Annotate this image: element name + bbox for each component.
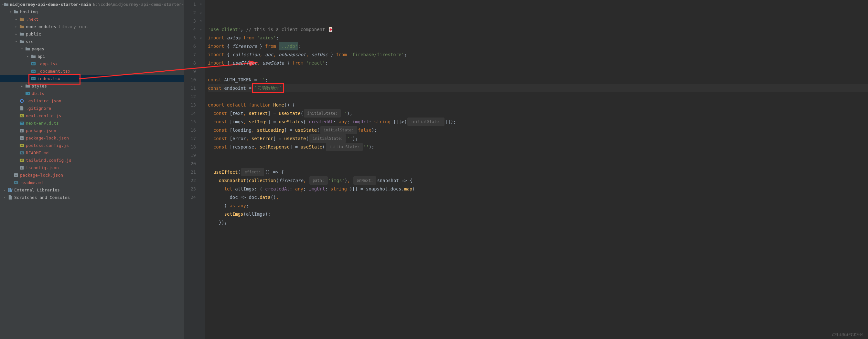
tree-item-styles[interactable]: ▸styles bbox=[0, 82, 184, 90]
fold-marker[interactable]: ⊟ bbox=[200, 25, 205, 34]
token: import bbox=[208, 34, 224, 42]
tree-item-tailwind-config-js[interactable]: JStailwind.config.js bbox=[0, 157, 184, 164]
tree-item-midjourney-api-demo-starter-main[interactable]: ▾midjourney-api-demo-starter-mainE:\code… bbox=[0, 1, 184, 8]
fold-marker[interactable]: ⊟ bbox=[200, 0, 205, 8]
code-line[interactable]: import { useEffect, useState } from 'rea… bbox=[208, 59, 868, 67]
code-line[interactable]: setImgs(allImgs); bbox=[208, 210, 868, 218]
token: const bbox=[208, 75, 221, 84]
code-line[interactable]: export default function Home() { bbox=[208, 101, 868, 109]
tree-item--app-tsx[interactable]: TSX_app.tsx bbox=[0, 60, 184, 67]
token: setImgs bbox=[224, 210, 243, 218]
line-number: 3 bbox=[184, 17, 196, 25]
chevron-icon[interactable]: ▸ bbox=[13, 32, 19, 36]
fold-marker[interactable]: ⊟ bbox=[200, 8, 205, 17]
line-number: 18 bbox=[184, 143, 196, 151]
tree-item-api[interactable]: ▸api bbox=[0, 53, 184, 60]
tree-item-external-libraries[interactable]: ▸External Libraries bbox=[0, 186, 184, 194]
code-line[interactable]: 'use client'; // this is a client compon… bbox=[208, 25, 868, 34]
tree-item-package-lock-json[interactable]: {}package-lock.json bbox=[0, 171, 184, 179]
chevron-icon[interactable]: ▸ bbox=[2, 188, 7, 192]
tree-item-package-lock-json[interactable]: {}package-lock.json bbox=[0, 134, 184, 142]
code-line[interactable]: ) as any; bbox=[208, 201, 868, 210]
tree-item-index-tsx[interactable]: TSXindex.tsx bbox=[0, 75, 184, 82]
code-line[interactable]: const [error, setError] = useState( init… bbox=[208, 134, 868, 143]
code-line[interactable]: let allImgs: { createdAt: any; imgUrl: s… bbox=[208, 185, 868, 193]
code-line[interactable]: doc => doc.data(), bbox=[208, 193, 868, 201]
tree-item--eslintrc-json[interactable]: .eslintrc.json bbox=[0, 97, 184, 105]
line-number: 20 bbox=[184, 160, 196, 168]
file-tree[interactable]: ▾midjourney-api-demo-starter-mainE:\code… bbox=[0, 0, 184, 339]
fold-marker[interactable]: ⊟ bbox=[200, 34, 205, 42]
tree-item--document-tsx[interactable]: TSX_document.tsx bbox=[0, 67, 184, 75]
chevron-icon[interactable]: ▸ bbox=[13, 18, 19, 21]
code-line[interactable] bbox=[208, 160, 868, 168]
tree-item-label: next-env.d.ts bbox=[26, 121, 59, 126]
token: ( bbox=[238, 168, 241, 176]
chevron-icon[interactable]: ▸ bbox=[20, 84, 25, 88]
tree-item--next[interactable]: ▸.next bbox=[0, 15, 184, 23]
tree-item-package-json[interactable]: {}package.json bbox=[0, 127, 184, 134]
tree-item-postcss-config-js[interactable]: JSpostcss.config.js bbox=[0, 142, 184, 149]
code-line[interactable]: useEffect( effect: () => { bbox=[208, 168, 868, 176]
token bbox=[276, 50, 279, 59]
chevron-icon[interactable]: ▸ bbox=[2, 196, 7, 199]
fold-marker[interactable]: ⊟ bbox=[200, 17, 205, 25]
code-line[interactable]: }); bbox=[208, 218, 868, 227]
token: onNext: bbox=[353, 176, 376, 185]
token: { bbox=[224, 59, 232, 67]
folder-icon bbox=[19, 39, 25, 44]
tree-item-scratches-and-consoles[interactable]: ▸Scratches and Consoles bbox=[0, 194, 184, 201]
code-line[interactable]: const endpoint = `云函数地址`; bbox=[208, 84, 868, 92]
tree-item-src[interactable]: ▾src bbox=[0, 38, 184, 45]
token: ); bbox=[451, 117, 456, 126]
tree-item-node-modules[interactable]: ▸node_moduleslibrary root bbox=[0, 23, 184, 30]
code-line[interactable]: import { collection, doc, onSnapshot, se… bbox=[208, 50, 868, 59]
code-line[interactable]: const [response, setResponse] = useState… bbox=[208, 143, 868, 151]
tree-item--gitignore[interactable]: .gitignore bbox=[0, 105, 184, 112]
code-line[interactable]: const [text, setText] = useState( initia… bbox=[208, 109, 868, 117]
chevron-icon[interactable]: ▾ bbox=[13, 40, 19, 43]
code-line[interactable] bbox=[208, 151, 868, 160]
token: ; bbox=[282, 84, 285, 92]
code-area[interactable]: 'use client'; // this is a client compon… bbox=[205, 0, 868, 339]
code-line[interactable] bbox=[208, 92, 868, 101]
code-line[interactable]: const [loading, setLoading] = useState( … bbox=[208, 126, 868, 134]
ts-icon: TS bbox=[19, 121, 25, 126]
tree-item-hosting[interactable]: ▾hosting bbox=[0, 8, 184, 15]
code-line[interactable]: onSnapshot(collection(firestore, path: '… bbox=[208, 176, 868, 185]
chevron-icon[interactable]: ▸ bbox=[13, 25, 19, 28]
line-number: 23 bbox=[184, 185, 196, 193]
token: 'imgs' bbox=[329, 176, 345, 185]
tree-item-next-env-d-ts[interactable]: TSnext-env.d.ts bbox=[0, 120, 184, 127]
tree-item-readme-md[interactable]: MDREADME.md bbox=[0, 149, 184, 157]
editor-panel: 123456789101112131415161718192021222324 … bbox=[184, 0, 868, 339]
file-icon bbox=[7, 195, 13, 200]
tree-item-pages[interactable]: ▾pages bbox=[0, 45, 184, 53]
tree-item-label: package-lock.json bbox=[26, 136, 69, 140]
chevron-icon[interactable]: ▾ bbox=[20, 47, 25, 51]
token: ; bbox=[241, 25, 246, 34]
token: ] = bbox=[284, 126, 295, 134]
token: ); bbox=[369, 143, 374, 151]
token: map bbox=[404, 185, 412, 193]
js-icon: JS bbox=[19, 158, 25, 163]
code-line[interactable]: const AUTH_TOKEN = ''; bbox=[208, 75, 868, 84]
tree-item-public[interactable]: ▸public bbox=[0, 30, 184, 38]
chevron-icon[interactable]: ▾ bbox=[8, 10, 13, 13]
code-line[interactable] bbox=[208, 67, 868, 75]
md-icon: MD bbox=[13, 180, 19, 185]
chevron-icon[interactable]: ▸ bbox=[25, 55, 30, 58]
tree-item-tsconfig-json[interactable]: {}tsconfig.json bbox=[0, 164, 184, 171]
code-line[interactable]: import { firestore } from '../db'; bbox=[208, 42, 868, 50]
project-tree-panel: ▾midjourney-api-demo-starter-mainE:\code… bbox=[0, 0, 184, 339]
code-line[interactable]: const [imgs, setImgs] = useState<{ creat… bbox=[208, 117, 868, 126]
tree-item-next-config-js[interactable]: JSnext.config.js bbox=[0, 112, 184, 120]
token: ; bbox=[265, 75, 268, 84]
svg-text:MD: MD bbox=[21, 152, 23, 154]
fold-gutter[interactable]: ⊟⊟⊟⊟⊟ bbox=[200, 0, 205, 339]
tree-item-db-ts[interactable]: TSdb.ts bbox=[0, 90, 184, 97]
token: ); bbox=[352, 134, 358, 143]
tree-item-readme-md[interactable]: MDreadme.md bbox=[0, 179, 184, 186]
token: }); bbox=[208, 218, 227, 227]
code-line[interactable]: import axios from 'axios'; bbox=[208, 34, 868, 42]
